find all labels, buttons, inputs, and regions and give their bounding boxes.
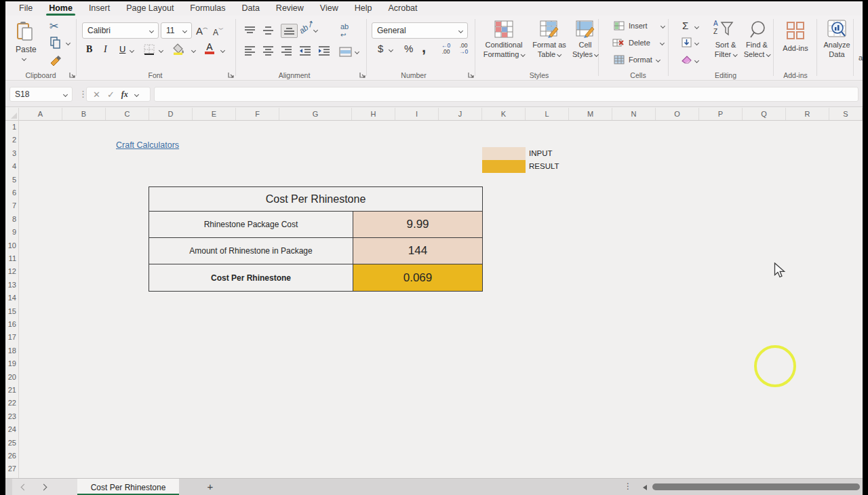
accounting-format-icon[interactable]: $: [378, 43, 383, 54]
decrease-indent-icon[interactable]: [299, 45, 311, 56]
column-header-F[interactable]: F: [236, 108, 279, 120]
menu-tab-view[interactable]: View: [312, 1, 347, 16]
copy-chevron-icon[interactable]: [66, 41, 71, 45]
insert-function-icon[interactable]: fx: [121, 90, 128, 100]
align-top-icon[interactable]: [244, 26, 256, 36]
menu-tab-home[interactable]: Home: [41, 1, 81, 16]
copy-icon[interactable]: [50, 37, 61, 49]
row-header-22[interactable]: 22: [5, 399, 16, 407]
cell-styles-button[interactable]: CellStyles: [572, 41, 598, 59]
row-header-12[interactable]: 12: [5, 267, 16, 275]
menu-tab-help[interactable]: Help: [347, 1, 380, 16]
row-header-8[interactable]: 8: [5, 215, 16, 223]
column-header-R[interactable]: R: [786, 108, 829, 120]
clear-icon[interactable]: [681, 55, 692, 64]
input-value-cell[interactable]: 9.99: [353, 212, 482, 237]
format-as-table-icon[interactable]: [540, 20, 559, 38]
row-header-25[interactable]: 25: [5, 439, 16, 447]
formula-input[interactable]: [154, 87, 859, 102]
analyze-data-button[interactable]: AnalyzeData: [823, 41, 850, 59]
column-header-B[interactable]: B: [62, 108, 106, 120]
insert-cells-button[interactable]: Insert: [614, 21, 665, 31]
format-cells-button[interactable]: Format: [614, 55, 660, 64]
paste-button[interactable]: Paste: [16, 22, 34, 43]
font-color-chevron-icon[interactable]: [220, 48, 225, 53]
row-header-27[interactable]: 27: [5, 464, 16, 473]
row-header-26[interactable]: 26: [5, 452, 16, 460]
column-header-P[interactable]: P: [699, 108, 743, 120]
column-header-O[interactable]: O: [656, 108, 699, 120]
grow-font-icon[interactable]: A︿: [196, 24, 208, 37]
input-value-cell[interactable]: 144: [353, 238, 482, 264]
borders-icon[interactable]: [144, 44, 155, 55]
underline-button[interactable]: U: [119, 44, 125, 54]
cut-icon[interactable]: ✂: [50, 20, 58, 33]
row-header-4[interactable]: 4: [5, 162, 16, 170]
row-header-6[interactable]: 6: [5, 189, 16, 197]
clipboard-dialog-launcher-icon[interactable]: [69, 72, 76, 79]
column-header-J[interactable]: J: [439, 108, 482, 120]
accounting-chevron-icon[interactable]: [389, 47, 393, 52]
row-header-9[interactable]: 9: [5, 228, 16, 236]
row-header-7[interactable]: 7: [5, 201, 16, 210]
column-header-L[interactable]: L: [526, 108, 569, 120]
row-header-14[interactable]: 14: [5, 294, 16, 302]
row-header-24[interactable]: 24: [5, 425, 16, 433]
row-header-20[interactable]: 20: [5, 373, 16, 381]
column-header-K[interactable]: K: [482, 108, 526, 120]
underline-chevron-icon[interactable]: [130, 48, 134, 53]
row-header-13[interactable]: 13: [5, 281, 16, 289]
craft-calculators-link[interactable]: Craft Calculators: [116, 140, 179, 150]
select-all-corner[interactable]: [5, 108, 19, 121]
row-header-17[interactable]: 17: [5, 333, 16, 341]
row-header-15[interactable]: 15: [5, 307, 16, 315]
font-name-select[interactable]: Calibri: [82, 22, 159, 39]
column-header-H[interactable]: H: [352, 108, 395, 120]
percent-style-icon[interactable]: %: [404, 43, 413, 54]
align-middle-icon[interactable]: [262, 26, 274, 36]
next-sheet-icon[interactable]: [41, 484, 47, 491]
merge-center-chevron-icon[interactable]: [355, 50, 359, 54]
autosum-chevron-icon[interactable]: [694, 24, 699, 29]
decrease-decimal-icon[interactable]: .00→0: [459, 43, 468, 55]
find-select-icon[interactable]: [749, 20, 768, 39]
tab-bar-options-icon[interactable]: ⋮: [624, 481, 632, 491]
row-header-2[interactable]: 2: [5, 136, 16, 144]
row-header-10[interactable]: 10: [5, 241, 16, 250]
add-ins-icon[interactable]: [786, 21, 805, 40]
align-right-icon[interactable]: [281, 45, 292, 56]
number-format-select[interactable]: General: [372, 22, 468, 39]
column-header-C[interactable]: C: [106, 108, 149, 120]
format-painter-icon[interactable]: [50, 55, 62, 67]
fill-down-icon[interactable]: [682, 37, 692, 47]
comma-style-icon[interactable]: ,: [422, 39, 426, 56]
column-header-M[interactable]: M: [569, 108, 612, 120]
font-color-icon[interactable]: A: [205, 42, 214, 54]
row-header-5[interactable]: 5: [5, 176, 16, 184]
cell-styles-icon[interactable]: [576, 20, 595, 38]
row-header-23[interactable]: 23: [5, 412, 16, 420]
format-as-table-button[interactable]: Format asTable: [532, 41, 566, 59]
row-header-11[interactable]: 11: [5, 254, 16, 262]
name-box[interactable]: S18: [9, 87, 73, 102]
autosum-icon[interactable]: Σ: [682, 20, 688, 31]
column-header-S[interactable]: S: [829, 108, 863, 120]
sheet-tab-cost-per-rhinestone[interactable]: Cost Per Rhinestone: [77, 479, 179, 495]
row-header-3[interactable]: 3: [5, 149, 16, 157]
row-header-21[interactable]: 21: [5, 386, 16, 394]
column-header-A[interactable]: A: [19, 108, 62, 120]
column-header-D[interactable]: D: [149, 108, 193, 120]
increase-decimal-icon[interactable]: ←0.00: [441, 43, 450, 55]
scroll-left-arrow-icon[interactable]: [643, 485, 647, 490]
italic-button[interactable]: I: [104, 44, 107, 55]
column-headers[interactable]: ABCDEFGHIJKLMNOPQRS: [19, 108, 863, 121]
conditional-formatting-button[interactable]: ConditionalFormatting: [484, 41, 525, 59]
row-header-16[interactable]: 16: [5, 320, 16, 328]
column-header-N[interactable]: N: [612, 108, 656, 120]
number-dialog-launcher-icon[interactable]: [468, 72, 475, 79]
row-header-18[interactable]: 18: [5, 346, 16, 355]
wrap-text-icon[interactable]: ab↩: [340, 22, 349, 39]
add-ins-button[interactable]: Add-ins: [783, 44, 808, 54]
result-value-cell[interactable]: 0.069: [353, 264, 482, 291]
merge-center-icon[interactable]: [339, 47, 352, 57]
